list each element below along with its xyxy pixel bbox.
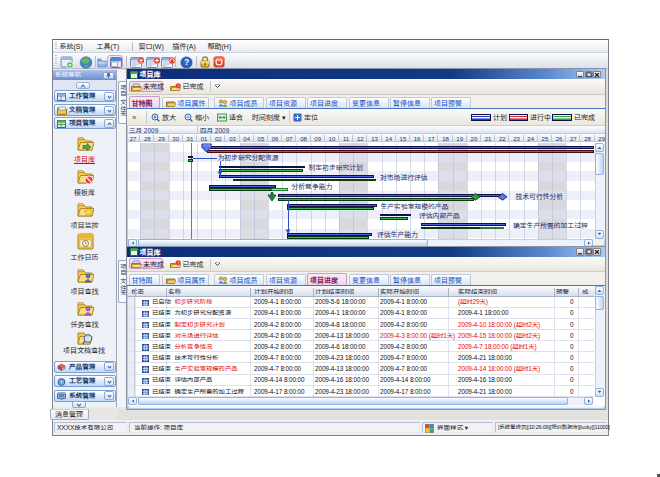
svg-text:?: ? [183,57,188,67]
